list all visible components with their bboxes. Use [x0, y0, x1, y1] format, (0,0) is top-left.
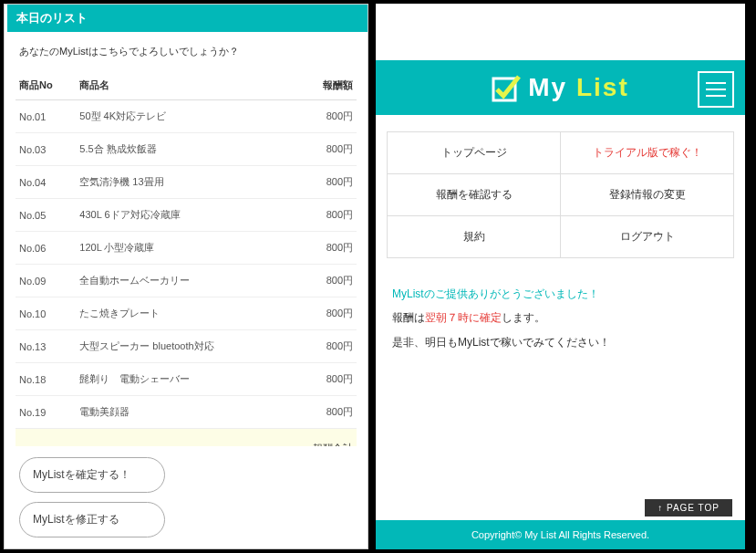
table-row: No.035.5合 熟成炊飯器800円 — [16, 133, 357, 166]
actions: MyListを確定する！ MyListを修正する — [5, 446, 368, 548]
cell-name: 5.5合 熟成炊飯器 — [76, 133, 286, 166]
nav-item[interactable]: ログアウト — [560, 216, 733, 257]
nav-item[interactable]: トップページ — [388, 132, 560, 173]
msg-line2a: 報酬は — [392, 311, 425, 324]
msg-line2b: します。 — [502, 311, 545, 324]
msg-thanks: MyListのご提供ありがとうございました！ — [392, 282, 729, 306]
nav-row: 報酬を確認する登録情報の変更 — [388, 173, 733, 215]
cell-no: No.13 — [16, 330, 76, 363]
checkbox-icon — [492, 73, 521, 102]
cell-name: 空気清浄機 13畳用 — [76, 166, 286, 199]
cell-reward: 800円 — [286, 133, 357, 166]
cell-name: 髭剃り 電動シェーバー — [76, 363, 286, 396]
table-row: No.19電動美顔器800円 — [16, 396, 357, 429]
cell-name: 430L 6ドア対応冷蔵庫 — [76, 199, 286, 232]
cell-reward: 800円 — [286, 232, 357, 265]
message-box: MyListのご提供ありがとうございました！ 報酬は翌朝７時に確定します。 是非… — [392, 282, 729, 354]
col-reward: 報酬額 — [286, 71, 357, 100]
cell-no: No.06 — [16, 232, 76, 265]
pagetop-wrap: ↑ PAGE TOP — [376, 499, 745, 520]
table-row: No.0150型 4K対応テレビ800円 — [16, 100, 357, 133]
cell-name: たこ焼きプレート — [76, 297, 286, 330]
msg-line2-em: 翌朝７時に確定 — [425, 311, 502, 324]
logo-list: List — [576, 73, 629, 101]
nav-item[interactable]: 登録情報の変更 — [560, 174, 733, 215]
cell-reward: 800円 — [286, 265, 357, 297]
cell-no: No.05 — [16, 199, 76, 232]
msg-line2: 報酬は翌朝７時に確定します。 — [392, 306, 729, 329]
cell-reward: 800円 — [286, 199, 357, 232]
cell-name: 120L 小型冷蔵庫 — [76, 232, 286, 265]
cell-reward: 800円 — [286, 100, 357, 133]
table-row: No.09全自動ホームベーカリー800円 — [16, 265, 357, 297]
left-panel: 本日のリスト あなたのMyListはこちらでよろしいでしょうか？ 商品No 商品… — [4, 4, 368, 549]
cell-reward: 800円 — [286, 396, 357, 429]
cell-no: No.10 — [16, 297, 76, 330]
cell-name: 電動美顔器 — [76, 396, 286, 429]
edit-button[interactable]: MyListを修正する — [19, 502, 165, 537]
cell-reward: 800円 — [286, 330, 357, 363]
nav-row: トップページトライアル版で稼ぐ！ — [388, 132, 733, 173]
cell-no: No.04 — [16, 166, 76, 199]
top-whitespace — [376, 4, 745, 60]
table-row: No.18髭剃り 電動シェーバー800円 — [16, 363, 357, 396]
logo-my: My — [528, 73, 567, 101]
cell-no: No.19 — [16, 396, 76, 429]
nav-row: 規約ログアウト — [388, 215, 733, 257]
logo-bar: My List — [376, 60, 745, 115]
nav-item[interactable]: トライアル版で稼ぐ！ — [560, 132, 733, 173]
pagetop-button[interactable]: ↑ PAGE TOP — [645, 499, 732, 516]
cell-name: 50型 4K対応テレビ — [76, 100, 286, 133]
col-name: 商品名 — [76, 71, 286, 100]
cell-reward: 800円 — [286, 166, 357, 199]
table-row: No.10たこ焼きプレート800円 — [16, 297, 357, 330]
cell-reward: 800円 — [286, 297, 357, 330]
table-row: No.05430L 6ドア対応冷蔵庫800円 — [16, 199, 357, 232]
cell-no: No.18 — [16, 363, 76, 396]
cell-no: No.09 — [16, 265, 76, 297]
nav-grid: トップページトライアル版で稼ぐ！報酬を確認する登録情報の変更規約ログアウト — [387, 131, 734, 258]
hamburger-icon[interactable] — [698, 71, 734, 108]
total-row: 報酬合計 8,000円 — [16, 429, 357, 447]
product-table-wrap: 商品No 商品名 報酬額 No.0150型 4K対応テレビ800円No.035.… — [5, 71, 368, 446]
table-row: No.06120L 小型冷蔵庫800円 — [16, 232, 357, 265]
cell-no: No.03 — [16, 133, 76, 166]
product-table: 商品No 商品名 報酬額 No.0150型 4K対応テレビ800円No.035.… — [16, 71, 357, 446]
panel-header: 本日のリスト — [5, 5, 368, 32]
msg-line3: 是非、明日もMyListで稼いでみてください！ — [392, 330, 729, 354]
right-panel: My List トップページトライアル版で稼ぐ！報酬を確認する登録情報の変更規約… — [376, 4, 745, 549]
table-row: No.04空気清浄機 13畳用800円 — [16, 166, 357, 199]
nav-item[interactable]: 報酬を確認する — [388, 174, 560, 215]
cell-no: No.01 — [16, 100, 76, 133]
nav-item[interactable]: 規約 — [388, 216, 560, 257]
footer: Copyright© My List All Rights Reserved. — [376, 520, 745, 549]
cell-reward: 800円 — [286, 363, 357, 396]
table-row: No.13大型スピーカー bluetooth対応800円 — [16, 330, 357, 363]
col-no: 商品No — [16, 71, 76, 100]
cell-name: 全自動ホームベーカリー — [76, 265, 286, 297]
logo: My List — [492, 73, 628, 102]
cell-name: 大型スピーカー bluetooth対応 — [76, 330, 286, 363]
prompt-text: あなたのMyListはこちらでよろしいでしょうか？ — [5, 32, 368, 71]
confirm-button[interactable]: MyListを確定する！ — [19, 457, 165, 493]
